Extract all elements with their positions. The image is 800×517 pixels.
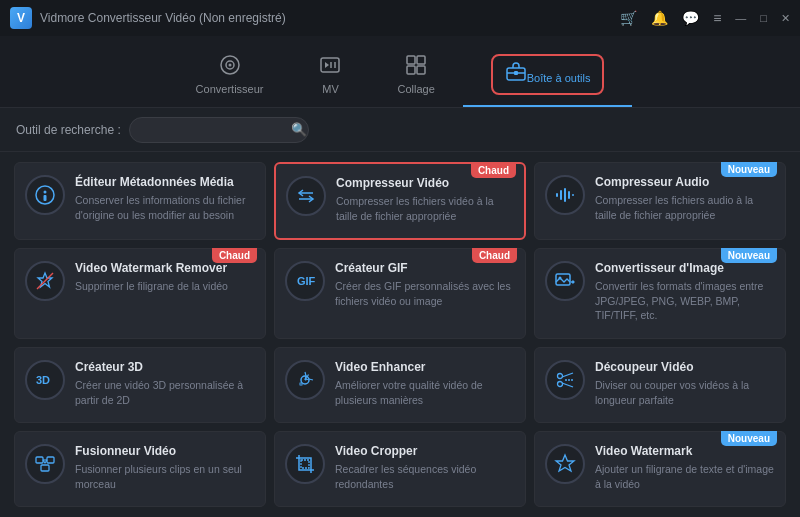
title-bar: V Vidmore Convertisseur Vidéo (Non enreg… (0, 0, 800, 36)
svg-rect-22 (572, 194, 574, 196)
tool-icon-compresseur-video (286, 176, 326, 216)
badge-compresseur-video: Chaud (471, 163, 516, 178)
svg-rect-37 (41, 465, 49, 471)
svg-rect-19 (560, 190, 562, 200)
chat-icon[interactable]: 💬 (682, 10, 699, 26)
badge-createur-gif: Chaud (472, 248, 517, 263)
tool-info-video-cropper: Video CropperRecadrer les séquences vidé… (335, 444, 515, 491)
tool-desc-video-cropper: Recadrer les séquences vidéo redondantes (335, 462, 515, 491)
svg-point-31 (558, 381, 563, 386)
title-text: Vidmore Convertisseur Vidéo (Non enregis… (40, 11, 286, 25)
tool-name-video-watermark-remover: Video Watermark Remover (75, 261, 255, 275)
tool-info-convertisseur-image: Convertisseur d'ImageConvertir les forma… (595, 261, 775, 323)
tool-icon-video-watermark (545, 444, 585, 484)
tool-icon-video-enhancer (285, 360, 325, 400)
maximize-button[interactable]: □ (760, 12, 767, 24)
tool-card-video-cropper[interactable]: Video CropperRecadrer les séquences vidé… (274, 431, 526, 507)
svg-point-30 (558, 373, 563, 378)
tool-info-video-enhancer: Video EnhancerAméliorer votre qualité vi… (335, 360, 515, 407)
tool-info-createur-3d: Créateur 3DCréer une vidéo 3D personnali… (75, 360, 255, 407)
badge-convertisseur-image: Nouveau (721, 248, 777, 263)
tool-card-video-enhancer[interactable]: Video EnhancerAméliorer votre qualité vi… (274, 347, 526, 423)
mv-tab-label: MV (322, 83, 339, 95)
badge-compresseur-audio: Nouveau (721, 162, 777, 177)
app-logo: V (10, 7, 32, 29)
tool-card-convertisseur-image[interactable]: NouveauConvertisseur d'ImageConvertir le… (534, 248, 786, 339)
tool-desc-video-watermark: Ajouter un filigrane de texte et d'image… (595, 462, 775, 491)
tool-desc-createur-gif: Créer des GIF personnalisés avec les fic… (335, 279, 515, 308)
tool-card-compresseur-audio[interactable]: NouveauCompresseur AudioCompresser les f… (534, 162, 786, 240)
svg-rect-12 (514, 71, 518, 75)
tool-card-fusionneur-video[interactable]: Fusionneur VidéoFusionner plusieurs clip… (14, 431, 266, 507)
tool-card-video-watermark[interactable]: NouveauVideo WatermarkAjouter un filigra… (534, 431, 786, 507)
search-icon: 🔍 (291, 122, 307, 137)
tool-desc-fusionneur-video: Fusionner plusieurs clips en un seul mor… (75, 462, 255, 491)
tool-icon-convertisseur-image (545, 261, 585, 301)
boite-outils-tab-label: Boîte à outils (527, 72, 591, 84)
close-button[interactable]: ✕ (781, 12, 790, 25)
nav-tab-collage[interactable]: Collage (369, 46, 462, 107)
tool-name-editeur-metadonnees: Éditeur Métadonnées Média (75, 175, 255, 189)
tool-info-fusionneur-video: Fusionneur VidéoFusionner plusieurs clip… (75, 444, 255, 491)
tool-name-video-watermark: Video Watermark (595, 444, 775, 458)
tool-info-editeur-metadonnees: Éditeur Métadonnées MédiaConserver les i… (75, 175, 255, 222)
title-left: V Vidmore Convertisseur Vidéo (Non enreg… (10, 7, 286, 29)
active-tab-box: Boîte à outils (491, 54, 605, 95)
bell-icon[interactable]: 🔔 (651, 10, 668, 26)
tool-grid: Éditeur Métadonnées MédiaConserver les i… (0, 152, 800, 517)
title-controls: 🛒 🔔 💬 ≡ — □ ✕ (620, 10, 790, 26)
svg-point-13 (44, 191, 47, 194)
tool-name-convertisseur-image: Convertisseur d'Image (595, 261, 775, 275)
svg-rect-38 (301, 460, 309, 468)
search-input[interactable] (129, 117, 309, 143)
tool-card-createur-3d[interactable]: 3DCréateur 3DCréer une vidéo 3D personna… (14, 347, 266, 423)
tool-desc-compresseur-video: Compresser les fichiers vidéo à la taill… (336, 194, 514, 223)
tool-desc-video-watermark-remover: Supprimer le filigrane de la vidéo (75, 279, 255, 294)
svg-rect-18 (556, 193, 558, 197)
tool-icon-decoupeur-video (545, 360, 585, 400)
svg-rect-36 (47, 457, 54, 463)
collage-tab-icon (405, 54, 427, 79)
svg-text:3D: 3D (36, 374, 50, 386)
svg-rect-14 (44, 195, 47, 201)
svg-rect-35 (36, 457, 43, 463)
badge-video-watermark: Nouveau (721, 431, 777, 446)
menu-icon[interactable]: ≡ (713, 10, 721, 26)
tool-card-decoupeur-video[interactable]: Découpeur VidéoDiviser ou couper vos vid… (534, 347, 786, 423)
nav-tabs: Convertisseur MV Collage Boîte à outils (0, 36, 800, 108)
tool-icon-compresseur-audio (545, 175, 585, 215)
tool-desc-decoupeur-video: Diviser ou couper vos vidéos à la longue… (595, 378, 775, 407)
tool-name-createur-3d: Créateur 3D (75, 360, 255, 374)
tool-desc-editeur-metadonnees: Conserver les informations du fichier d'… (75, 193, 255, 222)
search-bar: Outil de recherche : 🔍 (0, 108, 800, 152)
tool-card-editeur-metadonnees[interactable]: Éditeur Métadonnées MédiaConserver les i… (14, 162, 266, 240)
tool-icon-video-watermark-remover (25, 261, 65, 301)
tool-card-video-watermark-remover[interactable]: ChaudVideo Watermark RemoverSupprimer le… (14, 248, 266, 339)
search-label: Outil de recherche : (16, 123, 121, 137)
tool-info-compresseur-audio: Compresseur AudioCompresser les fichiers… (595, 175, 775, 222)
svg-rect-7 (417, 56, 425, 64)
badge-video-watermark-remover: Chaud (212, 248, 257, 263)
nav-tab-boite-outils[interactable]: Boîte à outils (463, 46, 633, 107)
mv-tab-icon (319, 54, 341, 79)
svg-point-2 (228, 64, 231, 67)
svg-text:GIF: GIF (297, 275, 316, 287)
svg-rect-21 (568, 191, 570, 199)
cart-icon[interactable]: 🛒 (620, 10, 637, 26)
tool-icon-createur-3d: 3D (25, 360, 65, 400)
tool-icon-video-cropper (285, 444, 325, 484)
svg-line-33 (562, 383, 573, 387)
nav-tab-convertisseur[interactable]: Convertisseur (168, 46, 292, 107)
tool-icon-fusionneur-video (25, 444, 65, 484)
tool-card-compresseur-video[interactable]: ChaudCompresseur VidéoCompresser les fic… (274, 162, 526, 240)
svg-rect-20 (564, 188, 566, 202)
tool-info-createur-gif: Créateur GIFCréer des GIF personnalisés … (335, 261, 515, 308)
tool-info-video-watermark: Video WatermarkAjouter un filigrane de t… (595, 444, 775, 491)
svg-rect-6 (407, 56, 415, 64)
tool-name-compresseur-video: Compresseur Vidéo (336, 176, 514, 190)
tool-card-createur-gif[interactable]: ChaudGIFCréateur GIFCréer des GIF person… (274, 248, 526, 339)
convertisseur-tab-icon (219, 54, 241, 79)
minimize-button[interactable]: — (735, 12, 746, 24)
tool-name-decoupeur-video: Découpeur Vidéo (595, 360, 775, 374)
nav-tab-mv[interactable]: MV (291, 46, 369, 107)
